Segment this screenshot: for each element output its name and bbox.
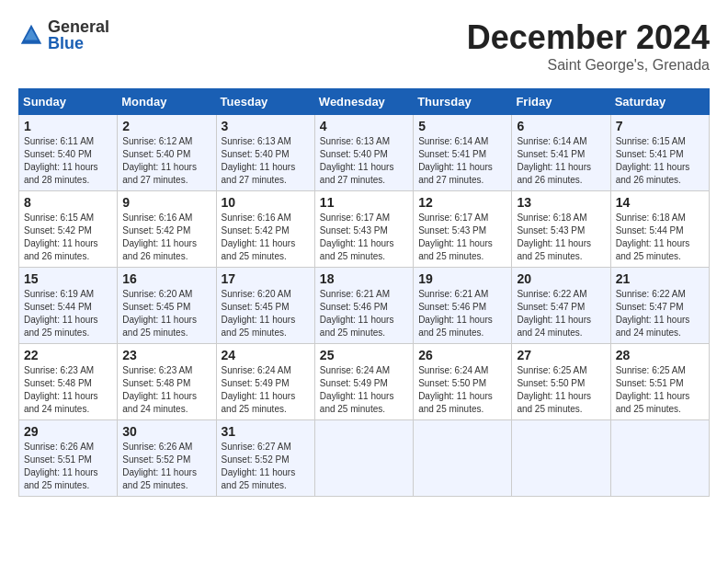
calendar-cell: 22 Sunrise: 6:23 AM Sunset: 5:48 PM Dayl… xyxy=(19,344,118,420)
logo-general-text: General xyxy=(48,18,109,35)
day-number: 31 xyxy=(222,424,310,439)
location: Saint George's, Grenada xyxy=(467,57,710,74)
calendar-cell: 6 Sunrise: 6:14 AM Sunset: 5:41 PM Dayli… xyxy=(512,115,610,191)
day-number: 5 xyxy=(418,119,506,133)
calendar-cell: 14 Sunrise: 6:18 AM Sunset: 5:44 PM Dayl… xyxy=(610,191,709,268)
calendar-cell: 15 Sunrise: 6:19 AM Sunset: 5:44 PM Dayl… xyxy=(19,268,118,344)
calendar-cell: 30 Sunrise: 6:26 AM Sunset: 5:52 PM Dayl… xyxy=(118,420,216,497)
day-info: Sunrise: 6:11 AM Sunset: 5:40 PM Dayligh… xyxy=(24,136,98,185)
calendar-cell: 13 Sunrise: 6:18 AM Sunset: 5:43 PM Dayl… xyxy=(512,191,610,268)
day-info: Sunrise: 6:18 AM Sunset: 5:44 PM Dayligh… xyxy=(616,213,690,261)
day-info: Sunrise: 6:16 AM Sunset: 5:42 PM Dayligh… xyxy=(222,213,296,261)
header-day-friday: Friday xyxy=(512,89,610,115)
day-number: 1 xyxy=(24,119,112,133)
header-day-sunday: Sunday xyxy=(19,89,118,115)
day-info: Sunrise: 6:16 AM Sunset: 5:42 PM Dayligh… xyxy=(122,213,197,261)
day-info: Sunrise: 6:21 AM Sunset: 5:46 PM Dayligh… xyxy=(418,289,493,338)
calendar-cell: 20 Sunrise: 6:22 AM Sunset: 5:47 PM Dayl… xyxy=(512,268,610,344)
day-info: Sunrise: 6:23 AM Sunset: 5:48 PM Dayligh… xyxy=(122,365,197,414)
day-number: 9 xyxy=(122,195,210,210)
month-title: December 2024 xyxy=(467,18,710,57)
calendar-cell: 25 Sunrise: 6:24 AM Sunset: 5:49 PM Dayl… xyxy=(314,344,413,420)
day-number: 28 xyxy=(616,348,704,362)
calendar-cell: 5 Sunrise: 6:14 AM Sunset: 5:41 PM Dayli… xyxy=(414,115,512,191)
calendar-cell: 8 Sunrise: 6:15 AM Sunset: 5:42 PM Dayli… xyxy=(19,191,118,268)
day-info: Sunrise: 6:20 AM Sunset: 5:45 PM Dayligh… xyxy=(222,289,296,338)
day-number: 30 xyxy=(122,424,210,439)
day-number: 29 xyxy=(24,424,112,439)
day-number: 19 xyxy=(418,271,506,286)
day-info: Sunrise: 6:19 AM Sunset: 5:44 PM Dayligh… xyxy=(24,289,98,338)
title-area: December 2024 Saint George's, Grenada xyxy=(467,18,710,74)
calendar-cell: 27 Sunrise: 6:25 AM Sunset: 5:50 PM Dayl… xyxy=(512,344,610,420)
logo-blue-text: Blue xyxy=(48,35,109,52)
week-row-5: 29 Sunrise: 6:26 AM Sunset: 5:51 PM Dayl… xyxy=(19,420,710,497)
calendar-cell: 10 Sunrise: 6:16 AM Sunset: 5:42 PM Dayl… xyxy=(216,191,314,268)
day-number: 16 xyxy=(122,271,210,286)
day-info: Sunrise: 6:25 AM Sunset: 5:51 PM Dayligh… xyxy=(616,365,690,414)
day-info: Sunrise: 6:17 AM Sunset: 5:43 PM Dayligh… xyxy=(320,213,394,261)
day-info: Sunrise: 6:26 AM Sunset: 5:51 PM Dayligh… xyxy=(24,442,98,490)
day-number: 23 xyxy=(122,348,210,362)
calendar-cell: 23 Sunrise: 6:23 AM Sunset: 5:48 PM Dayl… xyxy=(118,344,216,420)
week-row-2: 8 Sunrise: 6:15 AM Sunset: 5:42 PM Dayli… xyxy=(19,191,710,268)
calendar-cell: 1 Sunrise: 6:11 AM Sunset: 5:40 PM Dayli… xyxy=(19,115,118,191)
header-row: SundayMondayTuesdayWednesdayThursdayFrid… xyxy=(19,89,710,115)
day-number: 27 xyxy=(517,348,605,362)
page-header: General Blue December 2024 Saint George'… xyxy=(18,18,710,74)
day-number: 14 xyxy=(616,195,704,210)
day-info: Sunrise: 6:25 AM Sunset: 5:50 PM Dayligh… xyxy=(517,365,591,414)
logo: General Blue xyxy=(18,18,109,52)
day-info: Sunrise: 6:15 AM Sunset: 5:42 PM Dayligh… xyxy=(24,213,98,261)
day-info: Sunrise: 6:12 AM Sunset: 5:40 PM Dayligh… xyxy=(122,136,197,185)
day-info: Sunrise: 6:14 AM Sunset: 5:41 PM Dayligh… xyxy=(517,136,591,185)
calendar-cell: 19 Sunrise: 6:21 AM Sunset: 5:46 PM Dayl… xyxy=(414,268,512,344)
day-number: 10 xyxy=(222,195,310,210)
calendar-cell xyxy=(512,420,610,497)
day-number: 25 xyxy=(320,348,408,362)
header-day-wednesday: Wednesday xyxy=(314,89,413,115)
header-day-thursday: Thursday xyxy=(414,89,512,115)
day-info: Sunrise: 6:18 AM Sunset: 5:43 PM Dayligh… xyxy=(517,213,591,261)
header-day-tuesday: Tuesday xyxy=(216,89,314,115)
day-info: Sunrise: 6:23 AM Sunset: 5:48 PM Dayligh… xyxy=(24,365,98,414)
day-info: Sunrise: 6:26 AM Sunset: 5:52 PM Dayligh… xyxy=(122,442,197,490)
calendar-cell xyxy=(414,420,512,497)
day-number: 2 xyxy=(122,119,210,133)
day-number: 15 xyxy=(24,271,112,286)
week-row-3: 15 Sunrise: 6:19 AM Sunset: 5:44 PM Dayl… xyxy=(19,268,710,344)
calendar-cell: 16 Sunrise: 6:20 AM Sunset: 5:45 PM Dayl… xyxy=(118,268,216,344)
day-number: 26 xyxy=(418,348,506,362)
calendar-cell: 17 Sunrise: 6:20 AM Sunset: 5:45 PM Dayl… xyxy=(216,268,314,344)
calendar-cell: 2 Sunrise: 6:12 AM Sunset: 5:40 PM Dayli… xyxy=(118,115,216,191)
day-number: 17 xyxy=(222,271,310,286)
day-info: Sunrise: 6:24 AM Sunset: 5:49 PM Dayligh… xyxy=(222,365,296,414)
day-info: Sunrise: 6:14 AM Sunset: 5:41 PM Dayligh… xyxy=(418,136,493,185)
calendar-cell: 9 Sunrise: 6:16 AM Sunset: 5:42 PM Dayli… xyxy=(118,191,216,268)
day-info: Sunrise: 6:17 AM Sunset: 5:43 PM Dayligh… xyxy=(418,213,493,261)
day-number: 24 xyxy=(222,348,310,362)
calendar-cell: 12 Sunrise: 6:17 AM Sunset: 5:43 PM Dayl… xyxy=(414,191,512,268)
day-info: Sunrise: 6:22 AM Sunset: 5:47 PM Dayligh… xyxy=(517,289,591,338)
day-number: 7 xyxy=(616,119,704,133)
calendar-cell: 29 Sunrise: 6:26 AM Sunset: 5:51 PM Dayl… xyxy=(19,420,118,497)
calendar-cell: 31 Sunrise: 6:27 AM Sunset: 5:52 PM Dayl… xyxy=(216,420,314,497)
day-info: Sunrise: 6:20 AM Sunset: 5:45 PM Dayligh… xyxy=(122,289,197,338)
calendar-cell: 28 Sunrise: 6:25 AM Sunset: 5:51 PM Dayl… xyxy=(610,344,709,420)
calendar-cell: 11 Sunrise: 6:17 AM Sunset: 5:43 PM Dayl… xyxy=(314,191,413,268)
day-info: Sunrise: 6:13 AM Sunset: 5:40 PM Dayligh… xyxy=(320,136,394,185)
day-info: Sunrise: 6:24 AM Sunset: 5:49 PM Dayligh… xyxy=(320,365,394,414)
calendar-table: SundayMondayTuesdayWednesdayThursdayFrid… xyxy=(18,88,710,497)
day-number: 11 xyxy=(320,195,408,210)
calendar-cell: 24 Sunrise: 6:24 AM Sunset: 5:49 PM Dayl… xyxy=(216,344,314,420)
calendar-cell: 26 Sunrise: 6:24 AM Sunset: 5:50 PM Dayl… xyxy=(414,344,512,420)
day-number: 13 xyxy=(517,195,605,210)
day-info: Sunrise: 6:21 AM Sunset: 5:46 PM Dayligh… xyxy=(320,289,394,338)
header-day-monday: Monday xyxy=(118,89,216,115)
day-number: 12 xyxy=(418,195,506,210)
day-number: 4 xyxy=(320,119,408,133)
day-number: 8 xyxy=(24,195,112,210)
day-info: Sunrise: 6:24 AM Sunset: 5:50 PM Dayligh… xyxy=(418,365,493,414)
day-number: 18 xyxy=(320,271,408,286)
header-day-saturday: Saturday xyxy=(610,89,709,115)
